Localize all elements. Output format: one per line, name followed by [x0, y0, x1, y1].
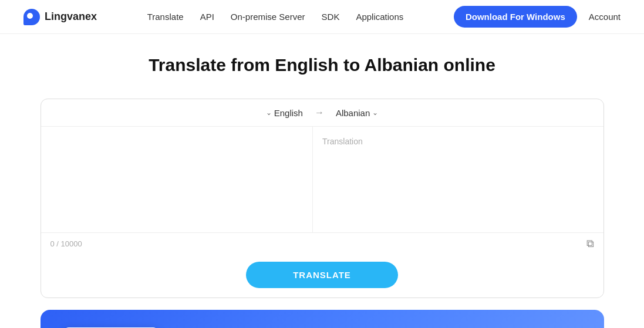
nav-translate[interactable]: Translate: [147, 12, 184, 22]
brand-name: Lingvanex: [45, 11, 97, 23]
nav-on-premise[interactable]: On-premise Server: [231, 12, 305, 22]
nav-applications[interactable]: Applications: [356, 12, 403, 22]
translator-box: ⌄ English → Albanian ⌄ Translation 0 / 1…: [41, 99, 604, 298]
char-count: 0 / 10000: [50, 239, 82, 248]
navbar: Lingvanex Translate API On-premise Serve…: [0, 0, 644, 34]
nav-links: Translate API On-premise Server SDK Appl…: [147, 12, 404, 22]
page-title: Translate from English to Albanian onlin…: [12, 55, 632, 75]
nav-sdk[interactable]: SDK: [322, 12, 340, 22]
promo-banner: Translator for Windows Download For Free: [41, 310, 604, 328]
source-text-input[interactable]: [41, 127, 313, 232]
source-language-selector[interactable]: ⌄ English: [266, 108, 303, 118]
source-input-area: [41, 127, 313, 232]
translation-label: Translation: [322, 137, 363, 146]
translator-header: ⌄ English → Albanian ⌄: [41, 99, 603, 127]
chevron-down-icon-target: ⌄: [372, 109, 378, 117]
translate-button[interactable]: TRANSLATE: [246, 262, 398, 288]
translator-footer: 0 / 10000 ⧉: [41, 232, 603, 255]
brand-logo-icon: [23, 9, 40, 25]
source-lang-label: English: [274, 108, 303, 118]
translator-body: Translation: [41, 127, 603, 232]
download-windows-button[interactable]: Download For Windows: [454, 6, 577, 28]
brand-logo-link[interactable]: Lingvanex: [23, 9, 97, 25]
nav-api[interactable]: API: [200, 12, 214, 22]
swap-arrow-icon: →: [315, 107, 324, 118]
account-link[interactable]: Account: [589, 12, 621, 22]
copy-button[interactable]: ⧉: [586, 238, 594, 250]
chevron-down-icon: ⌄: [266, 109, 272, 117]
target-lang-label: Albanian: [336, 108, 370, 118]
hero-section: Translate from English to Albanian onlin…: [0, 34, 644, 87]
target-output-area: Translation: [313, 127, 603, 232]
target-language-selector[interactable]: Albanian ⌄: [336, 108, 378, 118]
nav-actions: Download For Windows Account: [454, 6, 621, 28]
translate-btn-row: TRANSLATE: [41, 255, 603, 297]
